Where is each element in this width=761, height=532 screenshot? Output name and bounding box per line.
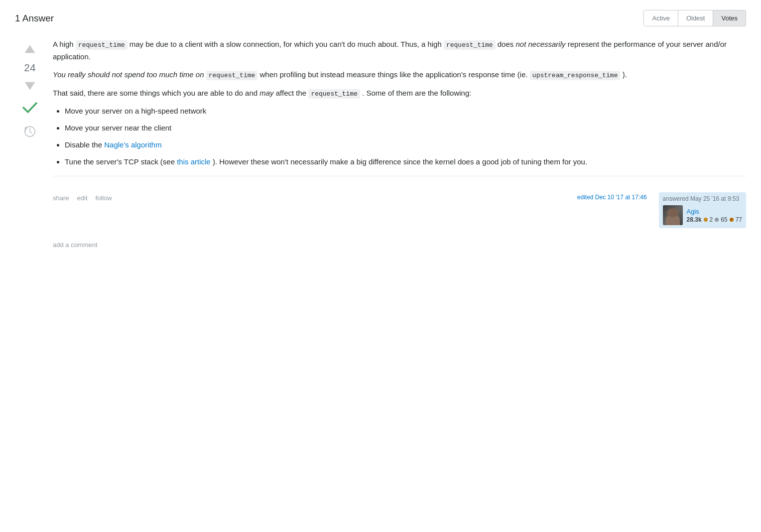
avatar [663, 205, 683, 225]
vote-column: 24 [15, 38, 45, 257]
add-comment-link[interactable]: add a comment [53, 241, 98, 249]
answer-footer: share edit follow edited Dec 10 '17 at 1… [53, 188, 746, 228]
answer-text: A high request_time may be due to a clie… [53, 38, 746, 168]
code-request-time-3: request_time [206, 71, 258, 80]
code-upstream-response-time: upstream_response_time [530, 71, 621, 80]
this-article-link[interactable]: this article [177, 157, 211, 166]
tab-oldest[interactable]: Oldest [678, 10, 714, 26]
answer-actions: share edit follow [53, 194, 112, 202]
user-card-body: Agis 28.3k 2 65 77 [663, 205, 742, 225]
edited-info: edited Dec 10 '17 at 17:46 [577, 192, 647, 201]
gold-badge-count: 2 [710, 216, 713, 223]
add-comment-section: add a comment [53, 238, 746, 249]
user-card: answered May 25 '16 at 9:53 Agis 28.3k 2 [659, 192, 746, 228]
list-item: Move your server near the client [65, 122, 746, 134]
bronze-badge-dot [730, 218, 734, 222]
code-request-time-4: request_time [308, 89, 360, 99]
tab-active[interactable]: Active [644, 10, 678, 26]
user-reputation: 28.3k 2 65 77 [687, 216, 742, 223]
accepted-checkmark [21, 99, 39, 117]
list-item: Disable the Nagle's algorithm [65, 139, 746, 151]
share-link[interactable]: share [53, 194, 69, 202]
answer-count: 1 Answer [15, 13, 54, 24]
divider [53, 176, 746, 176]
answers-header: 1 Answer Active Oldest Votes [15, 10, 746, 26]
bronze-badge-count: 77 [736, 216, 742, 223]
gold-badge-dot [704, 218, 708, 222]
code-request-time-1: request_time [76, 40, 127, 50]
list-item: Move your server on a high-speed network [65, 105, 746, 117]
avatar-image [663, 205, 683, 225]
edit-link[interactable]: edit [77, 194, 88, 202]
tab-votes[interactable]: Votes [713, 10, 746, 26]
answer: 24 A high request_time [15, 38, 746, 257]
tips-list: Move your server on a high-speed network… [65, 105, 746, 168]
silver-badge-count: 65 [721, 216, 727, 223]
silver-badge-dot [715, 218, 719, 222]
paragraph-1: A high request_time may be due to a clie… [53, 38, 746, 63]
answer-meta: edited Dec 10 '17 at 17:46 answered May … [577, 192, 746, 228]
rep-score: 28.3k [687, 216, 702, 223]
paragraph-2: You really should not spend too much tim… [53, 69, 746, 81]
sort-tabs: Active Oldest Votes [643, 10, 746, 26]
list-item: Tune the server's TCP stack (see this ar… [65, 156, 746, 168]
code-request-time-2: request_time [444, 40, 496, 50]
history-icon[interactable] [21, 123, 39, 140]
answered-label: answered May 25 '16 at 9:53 [663, 195, 742, 202]
paragraph-3: That said, there are some things which y… [53, 87, 746, 100]
edited-link[interactable]: edited Dec 10 '17 at 17:46 [577, 194, 647, 201]
follow-link[interactable]: follow [96, 194, 112, 202]
vote-up-button[interactable] [21, 40, 39, 58]
answer-body: A high request_time may be due to a clie… [53, 38, 746, 257]
nagles-algorithm-link[interactable]: Nagle's algorithm [104, 140, 161, 149]
user-name-link[interactable]: Agis [687, 208, 742, 215]
user-info: Agis 28.3k 2 65 77 [687, 208, 742, 223]
vote-down-button[interactable] [21, 77, 39, 95]
vote-count: 24 [24, 60, 35, 75]
